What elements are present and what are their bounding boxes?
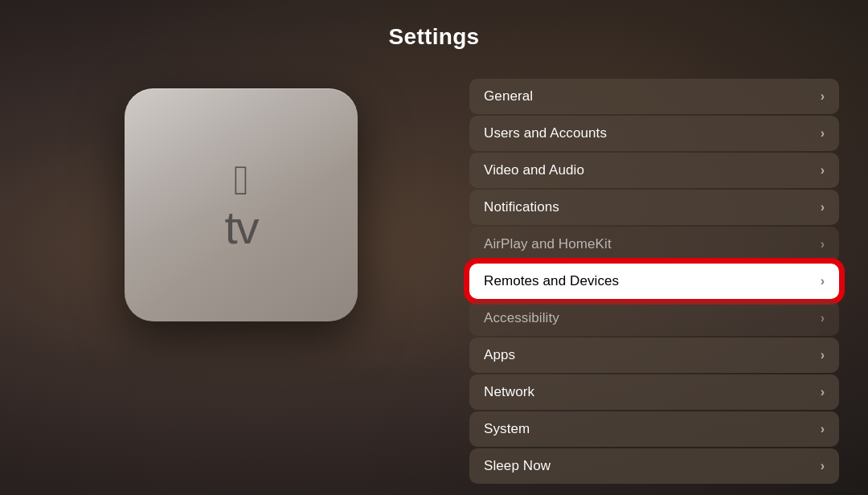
chevron-icon-apps: › (821, 348, 825, 362)
chevron-icon-remotes-and-devices: › (821, 274, 825, 288)
settings-label-remotes-and-devices: Remotes and Devices (484, 273, 619, 289)
settings-item-apps[interactable]: Apps› (469, 338, 839, 373)
chevron-icon-users-and-accounts: › (821, 126, 825, 141)
settings-label-users-and-accounts: Users and Accounts (484, 125, 607, 141)
settings-item-system[interactable]: System› (469, 411, 839, 447)
chevron-icon-network: › (821, 385, 825, 399)
apple-logo-icon:  (234, 159, 249, 201)
apple-tv-device-image:  tv (125, 88, 358, 321)
settings-item-general[interactable]: General› (469, 79, 839, 114)
settings-item-notifications[interactable]: Notifications› (469, 190, 839, 225)
settings-item-remotes-and-devices[interactable]: Remotes and Devices› (469, 264, 839, 299)
page-title: Settings (389, 24, 480, 50)
chevron-icon-notifications: › (821, 200, 825, 215)
chevron-icon-accessibility: › (821, 311, 825, 325)
chevron-icon-sleep-now: › (821, 459, 825, 473)
chevron-icon-airplay-and-homekit: › (821, 237, 825, 252)
settings-item-accessibility[interactable]: Accessibility› (469, 301, 839, 336)
settings-item-users-and-accounts[interactable]: Users and Accounts› (469, 116, 839, 151)
settings-label-system: System (484, 421, 530, 437)
tv-label: tv (224, 204, 257, 251)
settings-label-notifications: Notifications (484, 199, 559, 215)
chevron-icon-video-and-audio: › (821, 163, 825, 178)
settings-item-sleep-now[interactable]: Sleep Now› (469, 448, 839, 484)
settings-label-video-and-audio: Video and Audio (484, 162, 584, 178)
settings-item-network[interactable]: Network› (469, 374, 839, 410)
settings-label-accessibility: Accessibility (484, 310, 559, 326)
chevron-icon-system: › (821, 422, 825, 436)
settings-label-sleep-now: Sleep Now (484, 458, 551, 474)
settings-item-airplay-and-homekit[interactable]: AirPlay and HomeKit› (469, 227, 839, 262)
settings-item-video-and-audio[interactable]: Video and Audio› (469, 153, 839, 188)
settings-label-airplay-and-homekit: AirPlay and HomeKit (484, 236, 612, 252)
settings-list: General›Users and Accounts›Video and Aud… (469, 79, 839, 484)
chevron-icon-general: › (821, 89, 825, 104)
settings-label-network: Network (484, 384, 534, 400)
settings-label-apps: Apps (484, 347, 515, 363)
settings-label-general: General (484, 88, 533, 104)
